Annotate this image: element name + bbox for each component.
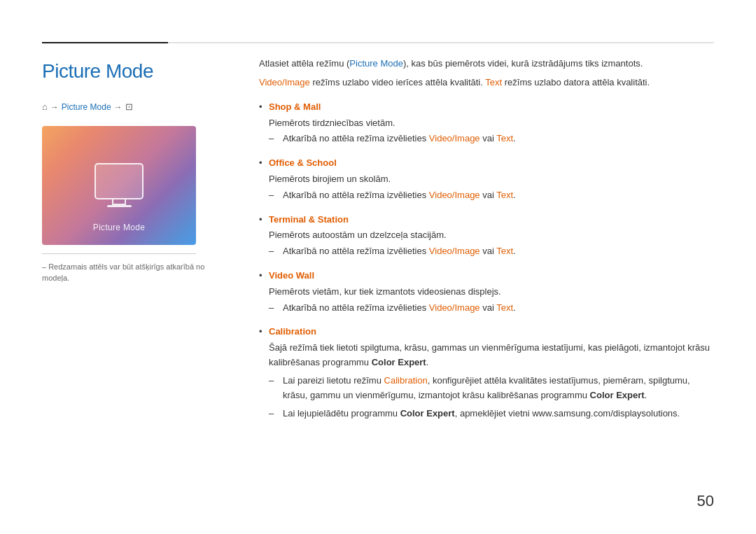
terminal-sub-list: Atkarībā no attēla režīma izvēlieties Vi… — [269, 244, 714, 259]
monitor-stand — [112, 199, 126, 205]
home-icon: ⌂ — [42, 100, 48, 115]
office-video-image: Video/Image — [429, 190, 480, 200]
shop-sub-item: Atkarībā no attēla režīma izvēlieties Vi… — [269, 132, 714, 146]
page-title: Picture Mode — [42, 56, 224, 87]
videowall-text: Text — [496, 302, 513, 313]
monitor-wrapper — [94, 163, 144, 207]
intro-mid1: režīms uzlabo video ierīces attēla kvali… — [310, 77, 486, 87]
office-text: Text — [496, 190, 513, 200]
intro-text-1: Atlasiet attēla režīmu (Picture Mode), k… — [259, 56, 714, 71]
office-sub-list: Atkarībā no attēla režīma izvēlieties Vi… — [269, 188, 714, 203]
calibration-sub-list: Lai pareizi lietotu režīmu Calibration, … — [269, 373, 714, 421]
calibration-sub-2: Lai lejupielādētu programmu Color Expert… — [269, 406, 714, 421]
office-title: Office & School — [269, 156, 714, 171]
shop-text: Text — [496, 133, 513, 143]
calibration-sub-1: Lai pareizi lietotu režīmu Calibration, … — [269, 373, 714, 403]
videowall-sub-item: Atkarībā no attēla režīma izvēlieties Vi… — [269, 301, 714, 316]
list-item-videowall: Video Wall Piemērots vietām, kur tiek iz… — [259, 269, 714, 315]
terminal-text: Text — [496, 246, 513, 256]
items-list: Shop & Mall Piemērots tirdzniecības viet… — [259, 100, 714, 316]
calibration-desc: Šajā režīmā tiek lietoti spilgtuma, krās… — [269, 341, 714, 370]
monitor-icon — [94, 163, 144, 199]
intro-before: Atlasiet attēla režīmu ( — [259, 58, 349, 69]
shop-video-image: Video/Image — [429, 133, 480, 143]
terminal-video-image: Video/Image — [429, 246, 480, 256]
breadcrumb-arrow-2: → — [114, 101, 122, 114]
page-number: 50 — [697, 489, 714, 513]
shop-desc: Piemērots tirdzniecības vietām. — [269, 116, 714, 131]
preview-label: Picture Mode — [93, 221, 145, 234]
intro-text-link: Text — [485, 77, 502, 87]
intro-after: ), kas būs piemērots videi, kurā izstrād… — [403, 58, 643, 69]
breadcrumb: ⌂ → Picture Mode → ⊡ — [42, 100, 224, 115]
office-desc: Piemērots birojiem un skolām. — [269, 172, 714, 187]
preview-image: Picture Mode — [42, 126, 196, 245]
right-panel: Atlasiet attēla režīmu (Picture Mode), k… — [259, 56, 714, 423]
videowall-video-image: Video/Image — [429, 302, 480, 313]
intro-video-image: Video/Image — [259, 77, 310, 87]
breadcrumb-link[interactable]: Picture Mode — [62, 101, 111, 114]
content-area: Picture Mode ⌂ → Picture Mode → ⊡ Pictur… — [42, 56, 714, 423]
terminal-desc: Piemērots autoostām un dzelzceļa stacijā… — [269, 228, 714, 243]
list-item-terminal: Terminal & Station Piemērots autoostām u… — [259, 213, 714, 259]
calibration-section: Calibration Šajā režīmā tiek lietoti spi… — [259, 325, 714, 421]
terminal-title: Terminal & Station — [269, 213, 714, 227]
image-caption: – Redzamais attēls var būt atšķirīgs atk… — [42, 261, 224, 284]
calibration-title: Calibration — [269, 325, 714, 339]
videowall-title: Video Wall — [269, 269, 714, 283]
monitor-base — [107, 205, 132, 207]
videowall-sub-list: Atkarībā no attēla režīma izvēlieties Vi… — [269, 301, 714, 316]
left-panel: Picture Mode ⌂ → Picture Mode → ⊡ Pictur… — [42, 56, 224, 423]
intro-text-2: Video/Image režīms uzlabo video ierīces … — [259, 75, 714, 90]
intro-end: režīms uzlabo datora attēla kvalitāti. — [502, 77, 650, 87]
shop-title: Shop & Mall — [269, 100, 714, 115]
calibration-program-1: Color Expert — [372, 357, 426, 367]
list-item-office: Office & School Piemērots birojiem un sk… — [259, 156, 714, 202]
list-item-shop: Shop & Mall Piemērots tirdzniecības viet… — [259, 100, 714, 146]
office-sub-item: Atkarībā no attēla režīma izvēlieties Vi… — [269, 188, 714, 203]
shop-sub-list: Atkarībā no attēla režīma izvēlieties Vi… — [269, 132, 714, 146]
intro-picture-mode-link: Picture Mode — [349, 58, 403, 69]
calibration-link: Calibration — [384, 375, 428, 386]
terminal-sub-item: Atkarībā no attēla režīma izvēlieties Vi… — [269, 244, 714, 259]
breadcrumb-end-icon: ⊡ — [125, 100, 133, 115]
top-divider — [42, 42, 714, 43]
calibration-program-3: Color Expert — [400, 408, 455, 419]
breadcrumb-arrow-1: → — [50, 101, 59, 114]
videowall-desc: Piemērots vietām, kur tiek izmantots vid… — [269, 285, 714, 300]
image-divider — [42, 253, 196, 254]
page-container: Picture Mode ⌂ → Picture Mode → ⊡ Pictur… — [0, 0, 756, 534]
calibration-program-2: Color Expert — [590, 390, 645, 400]
